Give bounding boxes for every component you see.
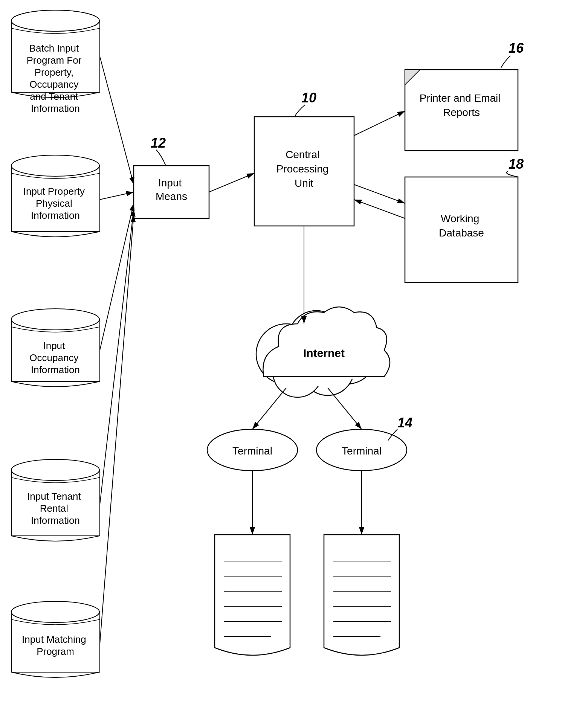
- svg-line-51: [100, 56, 134, 185]
- svg-text:Internet: Internet: [303, 347, 345, 359]
- input-tenant-cylinder: Input Tenant Rental Information: [11, 459, 100, 541]
- svg-line-55: [100, 215, 134, 644]
- svg-line-61: [252, 388, 286, 429]
- document2: [324, 535, 399, 655]
- ref-18: 18: [509, 156, 524, 172]
- terminal2-oval: Terminal: [316, 429, 407, 471]
- svg-line-58: [354, 185, 405, 203]
- ref-14: 14: [397, 415, 412, 430]
- svg-point-10: [11, 309, 99, 330]
- input-property-cylinder: Input Property Physical Information: [11, 155, 100, 237]
- architecture-diagram: Batch Input Program For Property, Occupa…: [0, 0, 588, 726]
- terminal1-oval: Terminal: [207, 429, 298, 471]
- svg-text:Terminal: Terminal: [342, 445, 382, 457]
- svg-line-57: [354, 111, 405, 136]
- svg-point-7: [11, 155, 99, 176]
- svg-text:Terminal: Terminal: [232, 445, 272, 457]
- input-means-box: Input Means: [134, 166, 209, 218]
- ref-10: 10: [301, 90, 316, 105]
- svg-point-16: [11, 601, 99, 622]
- working-database-box: Working Database: [405, 177, 518, 282]
- input-matching-cylinder: Input Matching Program: [11, 601, 100, 677]
- internet-cloud: Internet: [256, 307, 390, 397]
- svg-point-13: [11, 459, 99, 480]
- ref-12: 12: [151, 135, 166, 151]
- batch-input-cylinder: Batch Input Program For Property, Occupa…: [11, 10, 100, 114]
- svg-line-52: [100, 192, 134, 200]
- ref-16: 16: [509, 40, 524, 56]
- svg-line-54: [100, 209, 134, 505]
- document1: [215, 535, 290, 655]
- svg-line-62: [328, 388, 362, 429]
- printer-email-box: Printer and Email Reports: [405, 70, 518, 151]
- cpu-box: Central Processing Unit: [254, 117, 354, 226]
- svg-line-56: [209, 173, 254, 192]
- svg-line-59: [354, 200, 405, 218]
- input-occupancy-cylinder: Input Occupancy Information: [11, 309, 100, 387]
